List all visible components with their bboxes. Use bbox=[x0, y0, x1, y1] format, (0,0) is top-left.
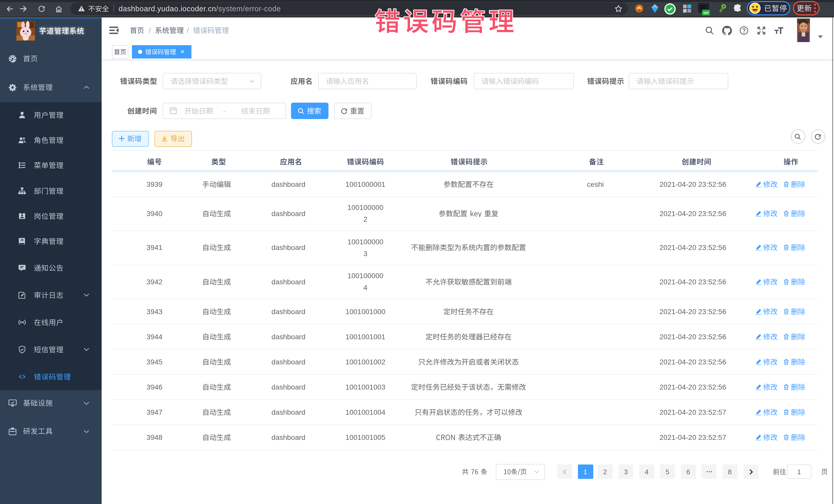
svg-text:on: on bbox=[703, 10, 709, 15]
